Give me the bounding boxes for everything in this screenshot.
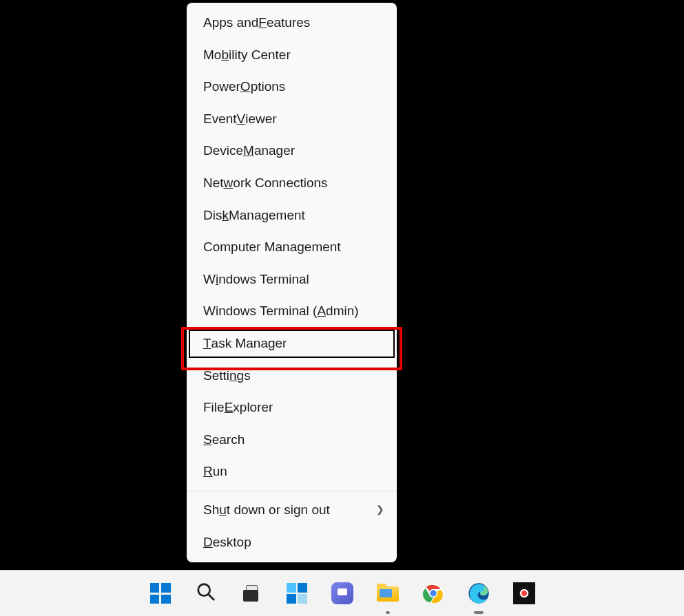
search-button[interactable] [189,577,222,610]
menu-item-power-options[interactable]: Power Options [187,71,397,103]
menu-item-label-post: earch [212,431,245,449]
menu-item-label-post: ptions [251,78,286,96]
menu-item-label-pre: Apps and [203,14,258,32]
menu-item-accelerator: E [225,399,234,417]
chat-icon [331,582,353,604]
menu-item-accelerator: b [221,46,229,65]
chat-button[interactable] [326,577,359,610]
menu-item-file-explorer[interactable]: File Explorer [187,392,397,424]
menu-item-accelerator: D [203,533,213,552]
menu-item-event-viewer[interactable]: Event Viewer [187,103,397,136]
menu-item-network-connections[interactable]: Network Connections [187,167,397,200]
running-indicator [474,611,484,614]
menu-item-computer-management[interactable]: Computer Management [187,231,397,264]
file-explorer-icon [377,584,399,603]
menu-item-label-post: gs [237,367,251,385]
widgets-button[interactable] [280,577,313,610]
menu-item-label-post: eatures [267,14,310,32]
taskbar [0,570,684,616]
menu-item-accelerator: F [258,14,267,32]
start-button[interactable] [144,577,177,610]
menu-item-disk-management[interactable]: Disk Management [187,200,397,232]
menu-item-label-post: ork Connections [233,174,327,193]
menu-item-label-post: iewer [245,110,276,129]
menu-item-label-pre: Setti [203,367,229,385]
menu-item-label-pre: W [203,270,216,289]
file-explorer-button[interactable] [371,577,404,610]
menu-item-label-post: ility Center [229,46,291,65]
menu-separator [187,491,397,491]
menu-item-windows-terminal[interactable]: Windows Terminal [187,264,397,296]
search-icon [196,582,216,605]
menu-item-accelerator: R [203,463,213,481]
screen-recorder-button[interactable] [508,577,541,610]
menu-item-label-pre: Sh [203,501,219,520]
winx-context-menu: Apps and FeaturesMobility CenterPower Op… [187,3,397,562]
task-view-button[interactable] [235,577,268,610]
screen-recorder-icon [513,582,535,604]
menu-item-label-post: anager [254,142,295,160]
menu-item-label-post: esktop [213,533,251,552]
menu-item-accelerator: V [237,110,246,129]
menu-item-label-post: ask Manager [211,334,287,353]
menu-item-accelerator: T [203,334,211,353]
menu-item-accelerator: S [203,431,212,449]
widgets-icon [287,583,307,604]
running-indicator [386,611,390,614]
menu-item-task-manager[interactable]: Task Manager [187,328,397,360]
svg-line-1 [208,595,214,600]
menu-item-device-manager[interactable]: Device Manager [187,135,397,167]
menu-item-label-post: un [213,463,227,481]
menu-item-accelerator: A [317,302,326,321]
chrome-button[interactable] [417,577,450,610]
menu-item-shut-down-or-sign-out[interactable]: Shut down or sign out❯ [187,494,397,527]
menu-item-label-pre: Dis [203,206,222,225]
menu-item-label-post: ndows Terminal [218,270,309,289]
chrome-icon [422,582,444,604]
menu-item-label-post: Management [229,206,305,225]
chevron-right-icon: ❯ [376,503,384,517]
menu-item-apps-and-features[interactable]: Apps and Features [187,7,397,39]
edge-button[interactable] [462,577,495,610]
menu-item-settings[interactable]: Settings [187,360,397,392]
menu-item-label-pre: Mo [203,46,221,65]
menu-item-accelerator: k [222,206,229,225]
menu-item-label-post: dmin) [326,302,359,321]
menu-item-label-post: ement [304,238,341,257]
menu-item-run[interactable]: Run [187,456,397,488]
menu-item-label-pre: Net [203,174,224,193]
menu-item-accelerator: w [224,174,234,193]
menu-item-accelerator: g [297,238,304,257]
menu-item-label-pre: Power [203,78,240,96]
edge-icon [468,582,490,604]
menu-item-label-pre: Computer Mana [203,238,297,257]
menu-item-accelerator: n [229,367,237,385]
menu-item-label-pre: File [203,399,225,417]
menu-item-accelerator: u [219,501,227,520]
menu-item-mobility-center[interactable]: Mobility Center [187,39,397,72]
menu-item-accelerator: O [240,78,251,96]
menu-item-label-post: t down or sign out [227,501,330,520]
menu-item-label-pre: Windows Terminal ( [203,302,317,321]
menu-item-label-pre: Device [203,142,243,160]
menu-item-windows-terminal-admin[interactable]: Windows Terminal (Admin) [187,295,397,328]
menu-item-label-post: xplorer [233,399,273,417]
menu-item-accelerator: M [243,142,254,160]
windows-logo-icon [150,583,171,604]
menu-item-label-pre: Event [203,110,237,129]
menu-item-desktop[interactable]: Desktop [187,527,397,559]
menu-item-search[interactable]: Search [187,424,397,456]
task-view-icon [241,583,262,604]
